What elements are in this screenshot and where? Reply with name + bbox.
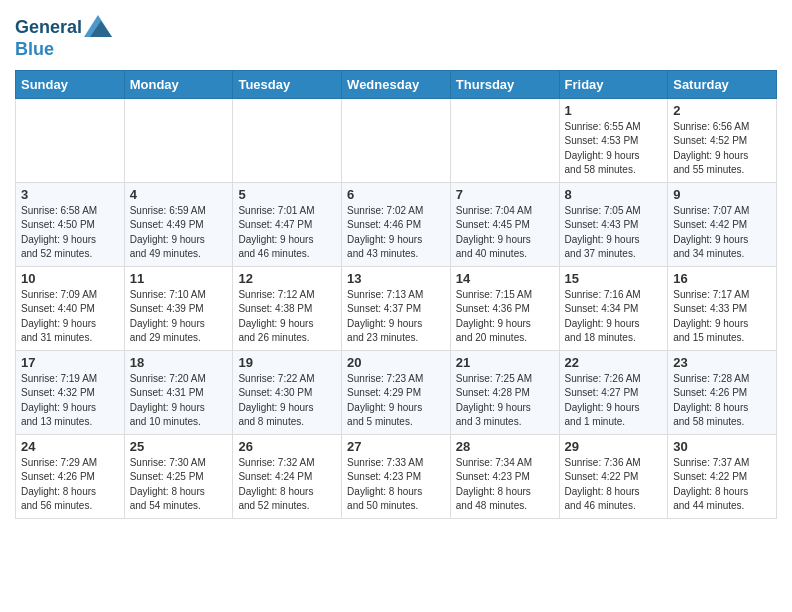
weekday-header-thursday: Thursday [450, 70, 559, 98]
day-info: Sunrise: 7:33 AM Sunset: 4:23 PM Dayligh… [347, 456, 445, 514]
calendar-cell: 25Sunrise: 7:30 AM Sunset: 4:25 PM Dayli… [124, 434, 233, 518]
day-info: Sunrise: 7:37 AM Sunset: 4:22 PM Dayligh… [673, 456, 771, 514]
weekday-header-wednesday: Wednesday [342, 70, 451, 98]
day-info: Sunrise: 7:01 AM Sunset: 4:47 PM Dayligh… [238, 204, 336, 262]
calendar-table: SundayMondayTuesdayWednesdayThursdayFrid… [15, 70, 777, 519]
calendar-cell: 30Sunrise: 7:37 AM Sunset: 4:22 PM Dayli… [668, 434, 777, 518]
calendar-cell [342, 98, 451, 182]
calendar-cell: 20Sunrise: 7:23 AM Sunset: 4:29 PM Dayli… [342, 350, 451, 434]
calendar-cell: 21Sunrise: 7:25 AM Sunset: 4:28 PM Dayli… [450, 350, 559, 434]
calendar-cell: 8Sunrise: 7:05 AM Sunset: 4:43 PM Daylig… [559, 182, 668, 266]
day-number: 9 [673, 187, 771, 202]
day-number: 11 [130, 271, 228, 286]
day-number: 14 [456, 271, 554, 286]
day-info: Sunrise: 7:05 AM Sunset: 4:43 PM Dayligh… [565, 204, 663, 262]
day-number: 29 [565, 439, 663, 454]
weekday-header-saturday: Saturday [668, 70, 777, 98]
calendar-cell: 5Sunrise: 7:01 AM Sunset: 4:47 PM Daylig… [233, 182, 342, 266]
calendar-week-row: 3Sunrise: 6:58 AM Sunset: 4:50 PM Daylig… [16, 182, 777, 266]
calendar-cell: 24Sunrise: 7:29 AM Sunset: 4:26 PM Dayli… [16, 434, 125, 518]
day-number: 26 [238, 439, 336, 454]
weekday-header-friday: Friday [559, 70, 668, 98]
day-number: 17 [21, 355, 119, 370]
day-info: Sunrise: 7:19 AM Sunset: 4:32 PM Dayligh… [21, 372, 119, 430]
day-info: Sunrise: 7:34 AM Sunset: 4:23 PM Dayligh… [456, 456, 554, 514]
day-info: Sunrise: 7:13 AM Sunset: 4:37 PM Dayligh… [347, 288, 445, 346]
calendar-week-row: 10Sunrise: 7:09 AM Sunset: 4:40 PM Dayli… [16, 266, 777, 350]
calendar-cell: 1Sunrise: 6:55 AM Sunset: 4:53 PM Daylig… [559, 98, 668, 182]
day-number: 2 [673, 103, 771, 118]
day-info: Sunrise: 7:16 AM Sunset: 4:34 PM Dayligh… [565, 288, 663, 346]
calendar-cell: 9Sunrise: 7:07 AM Sunset: 4:42 PM Daylig… [668, 182, 777, 266]
day-number: 12 [238, 271, 336, 286]
calendar-cell: 10Sunrise: 7:09 AM Sunset: 4:40 PM Dayli… [16, 266, 125, 350]
day-info: Sunrise: 7:26 AM Sunset: 4:27 PM Dayligh… [565, 372, 663, 430]
day-number: 18 [130, 355, 228, 370]
day-number: 3 [21, 187, 119, 202]
calendar-cell: 4Sunrise: 6:59 AM Sunset: 4:49 PM Daylig… [124, 182, 233, 266]
day-info: Sunrise: 7:04 AM Sunset: 4:45 PM Dayligh… [456, 204, 554, 262]
calendar-cell: 18Sunrise: 7:20 AM Sunset: 4:31 PM Dayli… [124, 350, 233, 434]
day-number: 24 [21, 439, 119, 454]
calendar-cell: 13Sunrise: 7:13 AM Sunset: 4:37 PM Dayli… [342, 266, 451, 350]
calendar-cell: 28Sunrise: 7:34 AM Sunset: 4:23 PM Dayli… [450, 434, 559, 518]
day-number: 16 [673, 271, 771, 286]
day-info: Sunrise: 7:25 AM Sunset: 4:28 PM Dayligh… [456, 372, 554, 430]
calendar-cell: 2Sunrise: 6:56 AM Sunset: 4:52 PM Daylig… [668, 98, 777, 182]
day-number: 4 [130, 187, 228, 202]
day-number: 22 [565, 355, 663, 370]
calendar-cell [450, 98, 559, 182]
day-number: 30 [673, 439, 771, 454]
day-number: 8 [565, 187, 663, 202]
day-info: Sunrise: 7:07 AM Sunset: 4:42 PM Dayligh… [673, 204, 771, 262]
weekday-header-monday: Monday [124, 70, 233, 98]
day-number: 15 [565, 271, 663, 286]
day-number: 21 [456, 355, 554, 370]
calendar-week-row: 1Sunrise: 6:55 AM Sunset: 4:53 PM Daylig… [16, 98, 777, 182]
day-info: Sunrise: 7:30 AM Sunset: 4:25 PM Dayligh… [130, 456, 228, 514]
calendar-cell: 11Sunrise: 7:10 AM Sunset: 4:39 PM Dayli… [124, 266, 233, 350]
calendar-cell [233, 98, 342, 182]
day-info: Sunrise: 6:58 AM Sunset: 4:50 PM Dayligh… [21, 204, 119, 262]
logo: General Blue [15, 15, 112, 60]
calendar-cell: 3Sunrise: 6:58 AM Sunset: 4:50 PM Daylig… [16, 182, 125, 266]
day-number: 27 [347, 439, 445, 454]
logo-icon [84, 15, 112, 37]
calendar-cell: 15Sunrise: 7:16 AM Sunset: 4:34 PM Dayli… [559, 266, 668, 350]
day-info: Sunrise: 7:36 AM Sunset: 4:22 PM Dayligh… [565, 456, 663, 514]
calendar-cell: 12Sunrise: 7:12 AM Sunset: 4:38 PM Dayli… [233, 266, 342, 350]
calendar-cell: 6Sunrise: 7:02 AM Sunset: 4:46 PM Daylig… [342, 182, 451, 266]
day-info: Sunrise: 7:02 AM Sunset: 4:46 PM Dayligh… [347, 204, 445, 262]
calendar-cell: 16Sunrise: 7:17 AM Sunset: 4:33 PM Dayli… [668, 266, 777, 350]
calendar-cell: 14Sunrise: 7:15 AM Sunset: 4:36 PM Dayli… [450, 266, 559, 350]
calendar-cell: 7Sunrise: 7:04 AM Sunset: 4:45 PM Daylig… [450, 182, 559, 266]
day-info: Sunrise: 7:17 AM Sunset: 4:33 PM Dayligh… [673, 288, 771, 346]
day-info: Sunrise: 7:23 AM Sunset: 4:29 PM Dayligh… [347, 372, 445, 430]
day-info: Sunrise: 7:15 AM Sunset: 4:36 PM Dayligh… [456, 288, 554, 346]
day-info: Sunrise: 6:59 AM Sunset: 4:49 PM Dayligh… [130, 204, 228, 262]
calendar-cell [16, 98, 125, 182]
calendar-header-row: SundayMondayTuesdayWednesdayThursdayFrid… [16, 70, 777, 98]
day-number: 7 [456, 187, 554, 202]
day-number: 10 [21, 271, 119, 286]
weekday-header-tuesday: Tuesday [233, 70, 342, 98]
day-number: 13 [347, 271, 445, 286]
day-info: Sunrise: 7:10 AM Sunset: 4:39 PM Dayligh… [130, 288, 228, 346]
calendar-week-row: 24Sunrise: 7:29 AM Sunset: 4:26 PM Dayli… [16, 434, 777, 518]
day-info: Sunrise: 6:55 AM Sunset: 4:53 PM Dayligh… [565, 120, 663, 178]
day-number: 6 [347, 187, 445, 202]
day-info: Sunrise: 6:56 AM Sunset: 4:52 PM Dayligh… [673, 120, 771, 178]
calendar-week-row: 17Sunrise: 7:19 AM Sunset: 4:32 PM Dayli… [16, 350, 777, 434]
logo-text: General Blue [15, 15, 112, 60]
day-number: 28 [456, 439, 554, 454]
day-info: Sunrise: 7:20 AM Sunset: 4:31 PM Dayligh… [130, 372, 228, 430]
calendar-cell: 22Sunrise: 7:26 AM Sunset: 4:27 PM Dayli… [559, 350, 668, 434]
day-number: 5 [238, 187, 336, 202]
day-info: Sunrise: 7:09 AM Sunset: 4:40 PM Dayligh… [21, 288, 119, 346]
day-info: Sunrise: 7:22 AM Sunset: 4:30 PM Dayligh… [238, 372, 336, 430]
day-number: 1 [565, 103, 663, 118]
day-info: Sunrise: 7:32 AM Sunset: 4:24 PM Dayligh… [238, 456, 336, 514]
day-number: 20 [347, 355, 445, 370]
calendar-cell: 23Sunrise: 7:28 AM Sunset: 4:26 PM Dayli… [668, 350, 777, 434]
calendar-cell: 27Sunrise: 7:33 AM Sunset: 4:23 PM Dayli… [342, 434, 451, 518]
